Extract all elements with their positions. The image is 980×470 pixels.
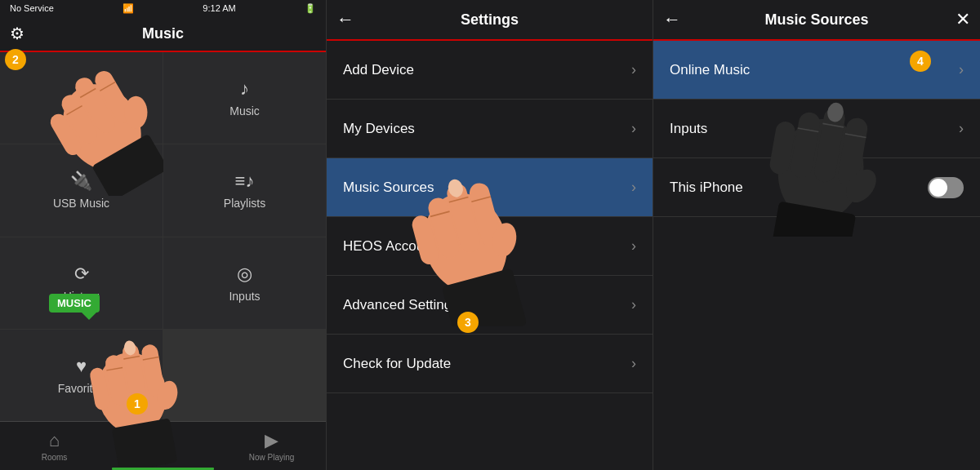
menu-check-update[interactable]: Check for Update ›	[327, 335, 653, 393]
this-iphone-toggle[interactable]	[928, 177, 964, 198]
sources-title: Music Sources	[764, 11, 868, 29]
settings-back-button[interactable]: ←	[336, 9, 354, 30]
tab-music[interactable]: ♪ Music	[109, 422, 217, 470]
add-device-chevron: ›	[631, 61, 636, 78]
playlists-label: Playlists	[224, 197, 265, 210]
inputs-label: Inputs	[229, 290, 260, 303]
carrier-text: No Service	[10, 3, 54, 13]
music-title: Music	[142, 25, 184, 42]
battery-icon: 🔋	[305, 3, 316, 14]
online-music-chevron: ›	[959, 61, 964, 78]
settings-menu: Add Device › My Devices › Music Sources …	[327, 41, 653, 470]
add-device-label: Add Device	[343, 62, 414, 78]
grid-cell-inputs[interactable]: ◎ Inputs	[163, 237, 326, 329]
tv-label: TV	[74, 104, 89, 118]
this-iphone-label: This iPhone	[670, 180, 743, 196]
step-4-badge: 4	[910, 51, 931, 72]
advanced-chevron: ›	[631, 296, 636, 313]
favorites-icon: ♥	[76, 356, 87, 377]
status-bar: No Service 📶 9:12 AM 🔋	[0, 0, 326, 16]
music-tab-icon: ♪	[158, 430, 167, 451]
check-update-chevron: ›	[631, 355, 636, 372]
nowplaying-icon: ▶	[265, 430, 278, 451]
inputs-source-label: Inputs	[670, 121, 707, 137]
usb-icon: 🔌	[70, 171, 92, 192]
menu-advanced-settings[interactable]: Advanced Settings ›	[327, 276, 653, 335]
heos-account-label: HEOS Account	[343, 238, 435, 255]
time-text: 9:12 AM	[203, 3, 235, 13]
step-1-badge: 1	[127, 393, 148, 415]
grid-cell-playlists[interactable]: ≡♪ Playlists	[163, 144, 326, 236]
sources-close-button[interactable]: ✕	[956, 9, 970, 30]
nowplaying-label: Now Playing	[249, 453, 295, 462]
music-sources-chevron: ›	[631, 179, 636, 196]
settings-title: Settings	[461, 11, 519, 29]
check-update-label: Check for Update	[343, 356, 451, 372]
music-label: Music	[229, 104, 260, 118]
menu-add-device[interactable]: Add Device ›	[327, 41, 653, 100]
settings-header: ← Settings	[327, 0, 653, 41]
panel-music: No Service 📶 9:12 AM 🔋 ⚙ Music 🖥 TV ♪ Mu…	[0, 0, 327, 470]
step-2-badge: 2	[5, 49, 26, 70]
wifi-icon: 📶	[122, 3, 134, 14]
grid-cell-usb[interactable]: 🔌 USB Music	[0, 144, 163, 236]
sources-header: ← Music Sources ✕	[653, 0, 980, 41]
inputs-chevron: ›	[959, 120, 964, 137]
advanced-label: Advanced Settings	[343, 297, 459, 313]
tab-rooms[interactable]: ⌂ Rooms	[0, 422, 109, 470]
menu-my-devices[interactable]: My Devices ›	[327, 100, 653, 158]
tab-bar: ⌂ Rooms ♪ Music ▶ Now Playing	[0, 421, 326, 470]
usb-label: USB Music	[53, 197, 109, 210]
tab-nowplaying[interactable]: ▶ Now Playing	[217, 422, 326, 470]
grid-cell-tv[interactable]: 🖥 TV	[0, 52, 163, 144]
panel-sources: ← Music Sources ✕ Online Music › Inputs …	[653, 0, 980, 470]
menu-music-sources[interactable]: Music Sources ›	[327, 158, 653, 217]
my-devices-chevron: ›	[631, 120, 636, 137]
grid-cell-music[interactable]: ♪ Music	[163, 52, 326, 144]
playlists-icon: ≡♪	[235, 171, 255, 192]
toggle-knob	[929, 179, 947, 197]
rooms-icon: ⌂	[49, 430, 60, 451]
source-inputs[interactable]: Inputs ›	[653, 100, 980, 158]
panel-settings: ← Settings Add Device › My Devices › Mus…	[327, 0, 653, 470]
heos-chevron: ›	[631, 237, 636, 255]
online-music-label: Online Music	[670, 62, 750, 78]
music-sources-label: Music Sources	[343, 180, 434, 196]
favorites-label: Favorites	[58, 382, 105, 395]
menu-heos-account[interactable]: HEOS Account ›	[327, 217, 653, 276]
step-3-badge: 3	[457, 312, 479, 333]
source-this-iphone[interactable]: This iPhone	[653, 158, 980, 217]
tv-icon: 🖥	[73, 78, 91, 100]
music-tab-label: Music	[152, 453, 173, 462]
sources-back-button[interactable]: ←	[663, 9, 681, 30]
music-tooltip: MUSIC	[49, 294, 100, 313]
music-header: ⚙ Music	[0, 16, 326, 52]
music-grid: 🖥 TV ♪ Music 🔌 USB Music ≡♪ Playlists ⟳ …	[0, 52, 326, 421]
music-icon: ♪	[240, 78, 249, 100]
rooms-label: Rooms	[42, 453, 68, 462]
inputs-icon: ◎	[237, 264, 252, 285]
my-devices-label: My Devices	[343, 121, 415, 137]
source-online-music[interactable]: Online Music ›	[653, 41, 980, 100]
history-icon: ⟳	[74, 264, 89, 285]
sources-list: Online Music › Inputs › This iPhone	[653, 41, 980, 217]
gear-button[interactable]: ⚙	[10, 24, 24, 43]
